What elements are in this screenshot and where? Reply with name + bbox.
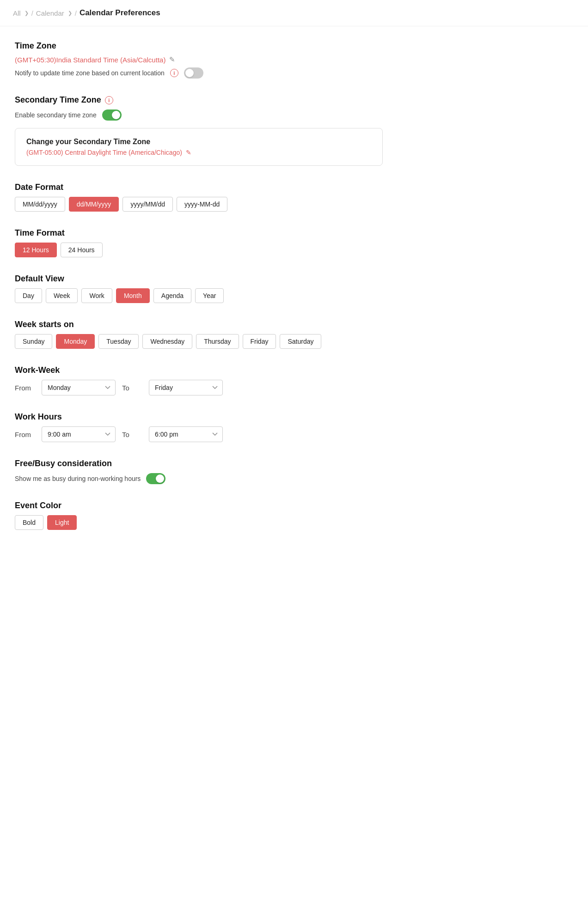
notify-toggle-slider — [184, 67, 203, 79]
event-color-section: Event Color Bold Light — [15, 501, 383, 530]
breadcrumb-all[interactable]: All — [13, 9, 21, 17]
edit-secondary-tz-icon[interactable]: ✎ — [186, 149, 191, 156]
week-starts-sunday[interactable]: Sunday — [15, 334, 52, 349]
event-color-light[interactable]: Light — [47, 515, 77, 530]
week-starts-friday[interactable]: Friday — [243, 334, 276, 349]
secondary-timezone-section: Secondary Time Zone i Enable secondary t… — [15, 95, 383, 166]
secondary-toggle-slider — [102, 109, 122, 121]
secondary-tz-box-title: Change your Secondary Time Zone — [26, 138, 371, 146]
secondary-timezone-info-icon[interactable]: i — [105, 96, 113, 104]
week-starts-section: Week starts on Sunday Monday Tuesday Wed… — [15, 320, 383, 349]
time-format-24h[interactable]: 24 Hours — [61, 243, 103, 257]
secondary-timezone-link[interactable]: (GMT-05:00) Central Daylight Time (Ameri… — [26, 149, 371, 156]
default-view-section: Default View Day Week Work Month Agenda … — [15, 274, 383, 303]
work-hours-section: Work Hours From 12:00 am1:00 am2:00 am 3… — [15, 412, 383, 442]
event-color-bold[interactable]: Bold — [15, 515, 43, 530]
secondary-timezone-title: Secondary Time Zone i — [15, 95, 383, 105]
work-hours-from-label: From — [15, 431, 35, 438]
week-starts-options: Sunday Monday Tuesday Wednesday Thursday… — [15, 334, 383, 349]
timezone-section: Time Zone (GMT+05:30)India Standard Time… — [15, 41, 383, 79]
breadcrumb-chevron-1: ❯ — [24, 10, 29, 16]
work-hours-to-label: To — [122, 431, 142, 438]
default-view-title: Default View — [15, 274, 383, 284]
secondary-timezone-box: Change your Secondary Time Zone (GMT-05:… — [15, 128, 383, 166]
work-hours-row: From 12:00 am1:00 am2:00 am 3:00 am4:00 … — [15, 426, 383, 442]
free-busy-toggle-slider — [146, 473, 165, 484]
week-starts-wednesday[interactable]: Wednesday — [142, 334, 192, 349]
default-view-month[interactable]: Month — [116, 288, 150, 303]
event-color-title: Event Color — [15, 501, 383, 511]
default-view-day[interactable]: Day — [15, 288, 42, 303]
breadcrumb-sep-1: / — [31, 9, 33, 17]
week-starts-tuesday[interactable]: Tuesday — [98, 334, 139, 349]
time-format-title: Time Format — [15, 228, 383, 238]
work-week-title: Work-Week — [15, 365, 383, 375]
work-week-from-select[interactable]: Sunday Monday Tuesday Wednesday Thursday… — [42, 380, 116, 395]
work-week-to-select[interactable]: Sunday Monday Tuesday Wednesday Thursday… — [149, 380, 223, 395]
edit-timezone-icon[interactable]: ✎ — [169, 55, 175, 64]
date-format-mm-dd-yyyy[interactable]: MM/dd/yyyy — [15, 197, 65, 212]
free-busy-title: Free/Busy consideration — [15, 459, 383, 468]
notify-timezone-row: Notify to update time zone based on curr… — [15, 67, 383, 79]
notify-info-icon[interactable]: i — [170, 69, 178, 77]
breadcrumb: All ❯ / Calendar ❯ / Calendar Preference… — [0, 0, 588, 26]
primary-timezone-link[interactable]: (GMT+05:30)India Standard Time (Asia/Cal… — [15, 55, 383, 64]
free-busy-toggle[interactable] — [146, 473, 165, 484]
default-view-week[interactable]: Week — [46, 288, 78, 303]
free-busy-row: Show me as busy during non-working hours — [15, 473, 383, 484]
event-color-options: Bold Light — [15, 515, 383, 530]
work-week-row: From Sunday Monday Tuesday Wednesday Thu… — [15, 380, 383, 395]
week-starts-title: Week starts on — [15, 320, 383, 329]
default-view-work[interactable]: Work — [81, 288, 112, 303]
work-hours-from-select[interactable]: 12:00 am1:00 am2:00 am 3:00 am4:00 am5:0… — [42, 426, 116, 442]
default-view-options: Day Week Work Month Agenda Year — [15, 288, 383, 303]
notify-timezone-toggle[interactable] — [184, 67, 203, 79]
date-format-dd-mm-yyyy[interactable]: dd/MM/yyyy — [69, 197, 119, 212]
default-view-year[interactable]: Year — [195, 288, 224, 303]
week-starts-thursday[interactable]: Thursday — [196, 334, 239, 349]
time-format-options: 12 Hours 24 Hours — [15, 243, 383, 257]
work-week-to-label: To — [122, 384, 142, 392]
date-format-yyyy-mm-dd-dash[interactable]: yyyy-MM-dd — [177, 197, 227, 212]
breadcrumb-sep-2: / — [75, 9, 77, 17]
free-busy-section: Free/Busy consideration Show me as busy … — [15, 459, 383, 484]
default-view-agenda[interactable]: Agenda — [153, 288, 191, 303]
work-week-from-label: From — [15, 384, 35, 392]
timezone-title: Time Zone — [15, 41, 383, 51]
date-format-title: Date Format — [15, 182, 383, 192]
work-hours-to-select[interactable]: 12:00 am1:00 am2:00 am 3:00 am4:00 am5:0… — [149, 426, 223, 442]
breadcrumb-calendar[interactable]: Calendar — [36, 9, 64, 17]
work-hours-title: Work Hours — [15, 412, 383, 422]
breadcrumb-chevron-2: ❯ — [68, 10, 72, 16]
week-starts-saturday[interactable]: Saturday — [280, 334, 321, 349]
date-format-options: MM/dd/yyyy dd/MM/yyyy yyyy/MM/dd yyyy-MM… — [15, 197, 383, 212]
page-title: Calendar Preferences — [80, 8, 160, 18]
time-format-12h[interactable]: 12 Hours — [15, 243, 57, 257]
date-format-section: Date Format MM/dd/yyyy dd/MM/yyyy yyyy/M… — [15, 182, 383, 212]
work-week-section: Work-Week From Sunday Monday Tuesday Wed… — [15, 365, 383, 395]
enable-secondary-tz-row: Enable secondary time zone — [15, 109, 383, 121]
enable-secondary-tz-toggle[interactable] — [102, 109, 122, 121]
time-format-section: Time Format 12 Hours 24 Hours — [15, 228, 383, 257]
date-format-yyyy-mm-dd-slash[interactable]: yyyy/MM/dd — [122, 197, 173, 212]
week-starts-monday[interactable]: Monday — [56, 334, 95, 349]
